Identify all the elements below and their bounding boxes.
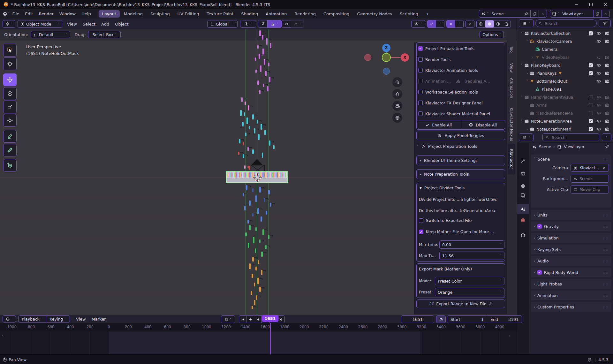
timeline-menu-marker[interactable]: Marker [89, 316, 109, 322]
proportional-falloff-dropdown[interactable]: ˅ [291, 20, 304, 28]
viewlayer-selector[interactable]: ˅ ViewLayer [550, 10, 610, 18]
menu-window[interactable]: Window [57, 11, 79, 17]
disable-render-icon[interactable] [605, 39, 609, 44]
properties-search-input[interactable] [551, 135, 596, 140]
menu-render[interactable]: Render [36, 11, 56, 17]
selectable-checkbox[interactable] [589, 127, 593, 131]
properties-tab-tool[interactable] [517, 156, 529, 166]
expander-icon[interactable]: › [534, 282, 535, 286]
drag-grip[interactable]: :::: [603, 271, 609, 274]
scene-pin-icon[interactable] [522, 10, 530, 17]
disable-render-icon[interactable] [605, 31, 609, 36]
disable-render-icon[interactable] [605, 79, 609, 84]
properties-panel-simulation[interactable]: ›Simulation:::: [531, 233, 611, 243]
min-time-dropdown[interactable]: 0.00˅ [439, 240, 504, 249]
jump-to-start-button[interactable] [239, 315, 246, 323]
outliner-row[interactable]: Camera [517, 45, 613, 53]
hide-viewport-icon[interactable] [596, 119, 601, 124]
selectable-checkbox[interactable] [589, 111, 593, 115]
disable-all-button[interactable]: Disable All [461, 120, 505, 129]
outliner-row[interactable]: ˅NoteGenerationArea [517, 117, 613, 125]
shading-material-button[interactable] [494, 22, 502, 26]
viewport-menu-select[interactable]: Select [80, 21, 98, 27]
active-clip-field[interactable]: Movie Clip [571, 186, 609, 193]
scene-icon[interactable]: ˅ [479, 10, 490, 17]
viewlayer-remove-icon[interactable] [602, 10, 609, 17]
panel-toggle-project-preparation-tools[interactable]: Project Preparation Tools [418, 44, 503, 53]
enable-all-button[interactable]: Enable All [417, 120, 461, 129]
expander-icon[interactable]: › [534, 248, 535, 251]
disable-render-icon[interactable] [605, 63, 609, 68]
gizmo-y-axis[interactable] [382, 53, 391, 62]
outliner-row[interactable]: ˅HandPlacementVisua [517, 93, 613, 101]
holdout-icon[interactable] [596, 55, 601, 60]
options-button[interactable]: Options ˅ [480, 31, 504, 38]
snap-toggle[interactable] [258, 20, 268, 28]
viewlayer-name[interactable]: ViewLayer [561, 11, 594, 16]
gizmo-x-neg-axis[interactable] [364, 54, 371, 61]
panel-checkbox[interactable] [537, 270, 542, 275]
section-header[interactable]: ˅ Project Preparation Tools [417, 144, 477, 149]
disable-render-icon[interactable] [605, 127, 609, 132]
clear-x-icon[interactable] [602, 166, 606, 170]
workspace-tab-layout[interactable]: Layout [99, 10, 120, 18]
hide-viewport-icon[interactable] [596, 95, 601, 100]
orientation-dropdown[interactable]: Default ˅ [31, 31, 70, 38]
workspace-tab-texture-paint[interactable]: Texture Paint [203, 10, 237, 18]
snap-target-dropdown[interactable]: ˅ [268, 20, 282, 28]
panel-toggle-workspace-selection-tools[interactable]: Workspace Selection Tools [418, 87, 503, 96]
hide-viewport-icon[interactable] [596, 103, 601, 108]
max-time-dropdown[interactable]: 11.56˅ [439, 252, 504, 260]
drag-grip[interactable]: :::: [603, 225, 609, 228]
outliner-row[interactable]: ›PianoKeys [517, 69, 613, 77]
expander-icon[interactable]: › [534, 225, 535, 228]
drag-grip[interactable]: :::: [603, 282, 609, 286]
render-excluded-icon[interactable] [605, 95, 609, 100]
jump-to-prev-keyframe-button[interactable] [246, 315, 254, 323]
outliner-row[interactable]: ›VideoKeyboar [517, 53, 613, 61]
scene-unlink-icon[interactable] [539, 10, 547, 17]
auto-keying-toggle[interactable]: ˅ [221, 315, 235, 323]
pin-id-icon[interactable] [605, 144, 609, 149]
expander-icon[interactable]: › [534, 236, 535, 240]
expander-icon[interactable]: › [525, 127, 529, 131]
sidebar-tab-tool[interactable]: Tool [508, 45, 515, 55]
workspace-tab-geometry-nodes[interactable]: Geometry Nodes [353, 10, 396, 18]
timeline-channels[interactable]: › ‹ [0, 331, 517, 354]
timeline-menu-view[interactable]: View [73, 316, 89, 322]
tool-select-box[interactable] [3, 44, 17, 57]
properties-tab-object[interactable] [517, 230, 529, 240]
disable-render-icon[interactable] [605, 119, 609, 124]
outliner-row[interactable]: ˅KlaviactorCamera [517, 37, 613, 45]
expander-icon[interactable]: ˅ [525, 40, 529, 43]
panel-toggle-klaviactor-shader-material-panel[interactable]: Klaviactor Shader Material Panel [418, 109, 503, 118]
selectable-checkbox[interactable] [589, 95, 593, 99]
panel-toggle-animation-[interactable]: Animation ...(requires A... [418, 77, 503, 86]
expander-icon[interactable]: ˅ [519, 119, 524, 123]
navigation-gizmo[interactable]: Z X [364, 43, 409, 75]
breadcrumb-viewlayer[interactable]: ViewLayer [564, 144, 585, 149]
checkbox[interactable] [418, 101, 423, 105]
expander-icon[interactable]: ˅ [519, 32, 524, 35]
checkbox[interactable] [418, 68, 423, 72]
outliner-filter-button[interactable] [599, 19, 611, 27]
properties-options-dropdown[interactable]: ˅ [602, 133, 611, 141]
drag-grip[interactable]: :::: [603, 294, 609, 297]
close-button[interactable] [598, 0, 613, 9]
outliner-row[interactable]: Plane.091 [517, 85, 613, 93]
xray-toggle[interactable] [465, 20, 474, 28]
properties-panel-animation[interactable]: ›Animation:::: [531, 291, 611, 300]
tool-move[interactable] [3, 73, 17, 86]
checkbox[interactable] [418, 57, 423, 62]
properties-tab-output[interactable] [517, 181, 529, 191]
keep-mother-file-checkbox[interactable]: Keep Mother File Open for More ... [419, 229, 494, 234]
viewlayer-copy-icon[interactable] [594, 10, 602, 17]
expander-icon[interactable]: › [534, 294, 535, 297]
frame-start-field[interactable]: Start 1 [447, 316, 487, 323]
frame-end-field[interactable]: End 3191 [487, 316, 522, 323]
menu-help[interactable]: Help [79, 11, 94, 17]
playback-menu[interactable]: Playback˅ [19, 316, 46, 322]
subpanel-blender-ui-theme[interactable]: ▸Blender UI Theme Settings [416, 155, 505, 165]
proportional-edit-toggle[interactable] [282, 20, 291, 28]
hide-viewport-icon[interactable] [596, 111, 601, 116]
